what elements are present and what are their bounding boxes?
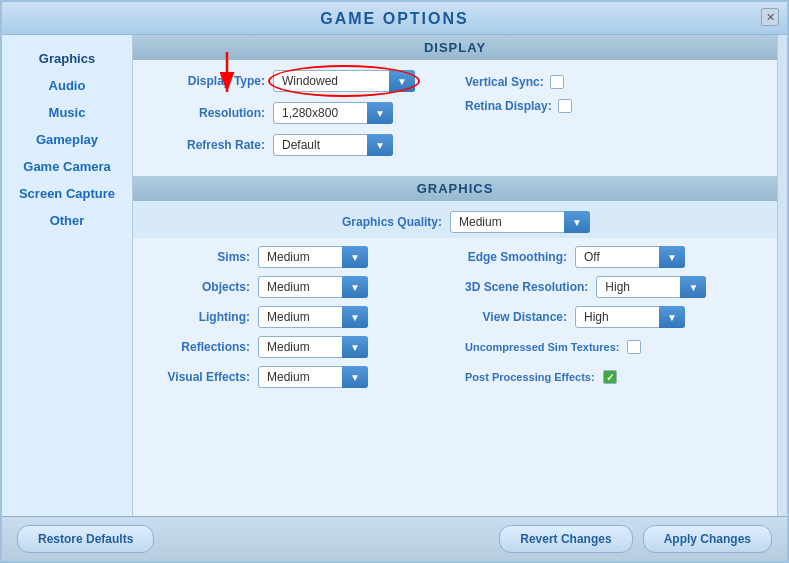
vertical-sync-label: Vertical Sync:: [465, 75, 544, 89]
sims-label: Sims:: [148, 250, 258, 264]
sidebar-item-music[interactable]: Music: [2, 99, 132, 126]
vertical-sync-row: Vertical Sync:: [465, 75, 757, 89]
restore-defaults-button[interactable]: Restore Defaults: [17, 525, 154, 553]
retina-display-label: Retina Display:: [465, 99, 552, 113]
sims-row: Sims: Low Medium High ▼: [148, 246, 445, 268]
scrollbar[interactable]: [777, 35, 787, 516]
edge-smoothing-label: Edge Smoothing:: [465, 250, 575, 264]
vertical-sync-checkbox[interactable]: [550, 75, 564, 89]
right-buttons: Revert Changes Apply Changes: [499, 525, 772, 553]
window-title: Game Options: [2, 10, 787, 28]
retina-display-checkbox[interactable]: [558, 99, 572, 113]
sidebar-item-graphics[interactable]: Graphics: [2, 45, 132, 72]
reflections-dropdown[interactable]: Low Medium High ▼: [258, 336, 368, 358]
sidebar-item-audio[interactable]: Audio: [2, 72, 132, 99]
resolution-select[interactable]: 1,280x800 1920x1080 1440x900: [273, 102, 393, 124]
graphics-quality-select[interactable]: Low Medium High Ultra: [450, 211, 590, 233]
bottom-bar: Restore Defaults Revert Changes Apply Ch…: [2, 516, 787, 561]
sidebar-item-screen-capture[interactable]: Screen Capture: [2, 180, 132, 207]
reflections-select[interactable]: Low Medium High: [258, 336, 368, 358]
view-distance-dropdown[interactable]: Low Medium High ▼: [575, 306, 685, 328]
lighting-label: Lighting:: [148, 310, 258, 324]
display-section-header: Display: [133, 35, 777, 60]
sims-select[interactable]: Low Medium High: [258, 246, 368, 268]
display-section-content: Display Type: Windowed Fullscreen Border…: [133, 60, 777, 176]
content-area: Display Display Type: Windowed Fullscree…: [132, 35, 777, 516]
reflections-row: Reflections: Low Medium High ▼: [148, 336, 445, 358]
reflections-label: Reflections:: [148, 340, 258, 354]
display-left-col: Display Type: Windowed Fullscreen Border…: [153, 70, 445, 166]
view-distance-label: View Distance:: [465, 310, 575, 324]
visual-effects-row: Visual Effects: Low Medium High ▼: [148, 366, 445, 388]
post-processing-label: Post Processing Effects:: [465, 371, 603, 383]
visual-effects-select[interactable]: Low Medium High: [258, 366, 368, 388]
resolution-label: Resolution:: [153, 106, 273, 120]
refresh-rate-dropdown[interactable]: Default 60 Hz 75 Hz ▼: [273, 134, 393, 156]
objects-select[interactable]: Low Medium High: [258, 276, 368, 298]
graphics-quality-dropdown[interactable]: Low Medium High Ultra ▼: [450, 211, 590, 233]
game-options-window: Game Options ✕ Graphics Audio Music Game…: [0, 0, 789, 563]
refresh-rate-label: Refresh Rate:: [153, 138, 273, 152]
refresh-rate-row: Refresh Rate: Default 60 Hz 75 Hz ▼: [153, 134, 445, 156]
display-type-dropdown[interactable]: Windowed Fullscreen Borderless Window ▼: [273, 70, 415, 92]
sidebar: Graphics Audio Music Gameplay Game Camer…: [2, 35, 132, 516]
post-processing-row: Post Processing Effects:: [465, 366, 762, 388]
refresh-rate-select[interactable]: Default 60 Hz 75 Hz: [273, 134, 393, 156]
scene-resolution-row: 3D Scene Resolution: Low Medium High ▼: [465, 276, 762, 298]
graphics-quality-row: Graphics Quality: Low Medium High Ultra …: [133, 201, 777, 238]
scene-resolution-select[interactable]: Low Medium High: [596, 276, 706, 298]
close-button[interactable]: ✕: [761, 8, 779, 26]
uncompressed-sim-checkbox[interactable]: [627, 340, 641, 354]
graphics-section-header: Graphics: [133, 176, 777, 201]
edge-smoothing-select[interactable]: Off On Low Medium High: [575, 246, 685, 268]
visual-effects-label: Visual Effects:: [148, 370, 258, 384]
retina-display-row: Retina Display:: [465, 99, 757, 113]
resolution-row: Resolution: 1,280x800 1920x1080 1440x900…: [153, 102, 445, 124]
sidebar-item-other[interactable]: Other: [2, 207, 132, 234]
visual-effects-dropdown[interactable]: Low Medium High ▼: [258, 366, 368, 388]
display-type-select[interactable]: Windowed Fullscreen Borderless Window: [273, 70, 415, 92]
title-bar: Game Options ✕: [2, 2, 787, 35]
resolution-dropdown[interactable]: 1,280x800 1920x1080 1440x900 ▼: [273, 102, 393, 124]
lighting-select[interactable]: Low Medium High: [258, 306, 368, 328]
scene-resolution-dropdown[interactable]: Low Medium High ▼: [596, 276, 706, 298]
sims-dropdown[interactable]: Low Medium High ▼: [258, 246, 368, 268]
lighting-row: Lighting: Low Medium High ▼: [148, 306, 445, 328]
edge-smoothing-row: Edge Smoothing: Off On Low Medium High ▼: [465, 246, 762, 268]
display-right-col: Vertical Sync: Retina Display:: [445, 70, 757, 166]
main-content: Graphics Audio Music Gameplay Game Camer…: [2, 35, 787, 516]
revert-changes-button[interactable]: Revert Changes: [499, 525, 632, 553]
objects-label: Objects:: [148, 280, 258, 294]
uncompressed-sim-label: Uncompressed Sim Textures:: [465, 341, 627, 353]
edge-smoothing-dropdown[interactable]: Off On Low Medium High ▼: [575, 246, 685, 268]
display-type-row: Display Type: Windowed Fullscreen Border…: [153, 70, 445, 92]
apply-changes-button[interactable]: Apply Changes: [643, 525, 772, 553]
view-distance-select[interactable]: Low Medium High: [575, 306, 685, 328]
sidebar-item-game-camera[interactable]: Game Camera: [2, 153, 132, 180]
view-distance-row: View Distance: Low Medium High ▼: [465, 306, 762, 328]
graphics-grid: Sims: Low Medium High ▼ Edge Smoothing:: [133, 238, 777, 396]
sidebar-item-gameplay[interactable]: Gameplay: [2, 126, 132, 153]
objects-dropdown[interactable]: Low Medium High ▼: [258, 276, 368, 298]
uncompressed-sim-row: Uncompressed Sim Textures:: [465, 336, 762, 358]
display-type-label: Display Type:: [153, 74, 273, 88]
graphics-quality-label: Graphics Quality:: [320, 215, 450, 229]
objects-row: Objects: Low Medium High ▼: [148, 276, 445, 298]
lighting-dropdown[interactable]: Low Medium High ▼: [258, 306, 368, 328]
scene-resolution-label: 3D Scene Resolution:: [465, 280, 596, 294]
post-processing-checkbox[interactable]: [603, 370, 617, 384]
